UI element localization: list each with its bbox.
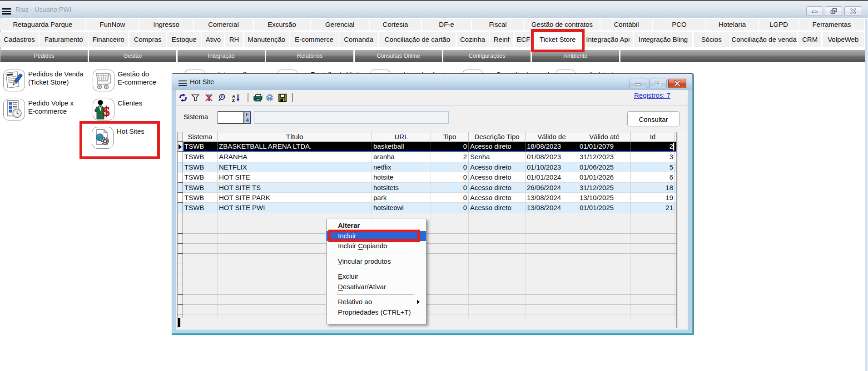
- ribbon-section-integracao[interactable]: Integração: [178, 50, 265, 62]
- shortcut-clientes[interactable]: $Clientes: [93, 99, 114, 120]
- sistema-input[interactable]: [218, 111, 244, 124]
- row-selector-cell[interactable]: [178, 172, 183, 182]
- cell[interactable]: park: [372, 193, 431, 203]
- f4-lookup-button[interactable]: F4: [244, 111, 251, 124]
- table-row[interactable]: TSWBHOT SITE PARKpark0Acesso direto13/08…: [178, 193, 676, 203]
- menu-item-desativar-ativar[interactable]: Desativar/Ativar: [327, 282, 426, 292]
- cell[interactable]: 01/01/2024: [526, 172, 578, 182]
- cell[interactable]: hotsiteowi: [372, 203, 431, 213]
- cell[interactable]: NETFLIX: [218, 162, 372, 172]
- sistema-description-field[interactable]: [254, 111, 449, 124]
- cell[interactable]: TSWB: [183, 162, 218, 172]
- menu-hotelaria[interactable]: Hotelaria: [706, 19, 758, 30]
- cell[interactable]: hotsitets: [372, 183, 431, 193]
- cell[interactable]: Acesso direto: [469, 172, 526, 182]
- menu-gerencial[interactable]: Gerencial: [311, 19, 369, 30]
- cell[interactable]: HOT SITE PARK: [218, 193, 372, 203]
- menu-retaguarda-parque[interactable]: Retaguarda Parque: [0, 19, 85, 30]
- cell[interactable]: 21: [631, 203, 675, 213]
- menu-funnow[interactable]: FunNow: [86, 19, 139, 30]
- window-hamburger-icon[interactable]: [179, 80, 187, 86]
- column-header-valido-ate[interactable]: Válido até: [578, 132, 631, 142]
- cell[interactable]: Acesso direto: [469, 162, 526, 172]
- cell[interactable]: ZBASKETBALL ARENA LTDA.: [218, 142, 372, 152]
- vertical-scrollbar[interactable]: [677, 132, 688, 328]
- app-restore-button[interactable]: [825, 6, 842, 16]
- tab-cozinha[interactable]: Cozinha: [457, 32, 489, 47]
- cell[interactable]: hotsite: [372, 172, 431, 182]
- menu-lgpd[interactable]: LGPD: [759, 19, 799, 30]
- tab-reinf[interactable]: Reinf: [490, 32, 513, 47]
- cell[interactable]: 01/06/2025: [578, 162, 631, 172]
- menu-ferramentas[interactable]: Ferramentas: [799, 19, 864, 30]
- cell[interactable]: 19: [631, 193, 675, 203]
- cell[interactable]: 13/08/2024: [526, 193, 578, 203]
- menu-df-e[interactable]: DF-e: [422, 19, 471, 30]
- column-header-titulo[interactable]: Título: [218, 132, 372, 142]
- cell[interactable]: Acesso direto: [469, 203, 526, 213]
- consultar-button[interactable]: Consultar: [627, 111, 680, 126]
- shortcut-gestao-do[interactable]: Gestão do E-commerce: [93, 70, 114, 91]
- tab-conciliacao-de-cartao[interactable]: Conciliação de cartão: [379, 32, 456, 47]
- cell[interactable]: TSWB: [183, 142, 218, 152]
- tab-integracao-api[interactable]: Integração Api: [583, 32, 633, 47]
- row-selector-cell[interactable]: [178, 193, 183, 203]
- menu-fiscal[interactable]: Fiscal: [472, 19, 524, 30]
- cell[interactable]: Senha: [469, 152, 526, 162]
- cell[interactable]: 5: [631, 162, 675, 172]
- tab-cadastros[interactable]: Cadastros: [0, 32, 39, 47]
- menu-excursao[interactable]: Excursão: [254, 19, 310, 30]
- column-header-id[interactable]: Id: [631, 132, 675, 142]
- cell[interactable]: 13/10/2025: [578, 193, 631, 203]
- cell[interactable]: HOT SITE TS: [218, 183, 372, 193]
- tab-faturamento[interactable]: Faturamento: [40, 32, 88, 47]
- print-icon[interactable]: [253, 94, 263, 102]
- cell[interactable]: 0: [431, 172, 469, 182]
- window-close-button[interactable]: [668, 79, 686, 88]
- refresh-icon[interactable]: [179, 94, 187, 102]
- cell[interactable]: TSWB: [183, 203, 218, 213]
- menu-gestao-de-contratos[interactable]: Gestão de contratos: [525, 19, 600, 30]
- menu-item-relativo-ao[interactable]: Relativo ao: [327, 297, 426, 307]
- cell[interactable]: 2: [431, 152, 469, 162]
- cell[interactable]: aranha: [372, 152, 431, 162]
- cell[interactable]: basketball: [372, 142, 431, 152]
- cell[interactable]: 0: [431, 183, 469, 193]
- cell[interactable]: netflix: [372, 162, 431, 172]
- app-minimize-button[interactable]: [806, 6, 823, 16]
- tab-socios[interactable]: Sócios: [694, 32, 729, 47]
- shortcut-pedidos-de-venda[interactable]: Pedidos de Venda (Ticket Store): [3, 70, 25, 91]
- cell[interactable]: 01/10/2023: [526, 162, 578, 172]
- row-selector-cell[interactable]: [178, 183, 183, 193]
- tab-compras[interactable]: Compras: [129, 32, 166, 47]
- column-header-tipo[interactable]: Tipo: [431, 132, 469, 142]
- menu-item-incluir[interactable]: Incluir: [327, 231, 426, 241]
- cell[interactable]: 18/08/2023: [526, 142, 578, 152]
- menu-item-excluir[interactable]: Excluir: [327, 271, 426, 282]
- cell[interactable]: 6: [631, 172, 675, 182]
- menu-item-propriedades-ctrl-t[interactable]: Propriedades (CTRL+T): [327, 307, 426, 318]
- cell[interactable]: Acesso direto: [469, 193, 526, 203]
- tab-estoque[interactable]: Estoque: [167, 32, 201, 47]
- tab-e-commerce[interactable]: E-commerce: [290, 32, 338, 47]
- cell[interactable]: 0: [431, 142, 469, 152]
- column-header-sistema[interactable]: Sistema: [183, 132, 218, 142]
- tab-ecf[interactable]: ECF: [515, 32, 532, 47]
- tab-manutencao[interactable]: Manutenção: [244, 32, 289, 47]
- app-close-button[interactable]: [844, 6, 862, 16]
- cell[interactable]: ARANHA: [218, 152, 372, 162]
- cell[interactable]: TSWB: [183, 183, 218, 193]
- cell[interactable]: 2: [631, 142, 675, 152]
- menu-cortesia[interactable]: Cortesia: [370, 19, 421, 30]
- cell[interactable]: TSWB: [183, 152, 218, 162]
- cell[interactable]: TSWB: [183, 172, 218, 182]
- cell[interactable]: 3: [631, 152, 675, 162]
- tab-integracao-bling[interactable]: Integração Bling: [634, 32, 692, 47]
- row-selector-cell[interactable]: [178, 162, 183, 172]
- table-row[interactable]: TSWBHOT SITE TShotsitets0Acesso direto26…: [178, 183, 676, 193]
- window-maximize-button[interactable]: [649, 79, 667, 88]
- cell[interactable]: 13/08/2024: [526, 203, 578, 213]
- cell[interactable]: 31/12/2023: [578, 152, 631, 162]
- table-row[interactable]: TSWBARANHAaranha2Senha01/08/202331/12/20…: [178, 152, 676, 162]
- cell[interactable]: 01/01/2025: [578, 203, 631, 213]
